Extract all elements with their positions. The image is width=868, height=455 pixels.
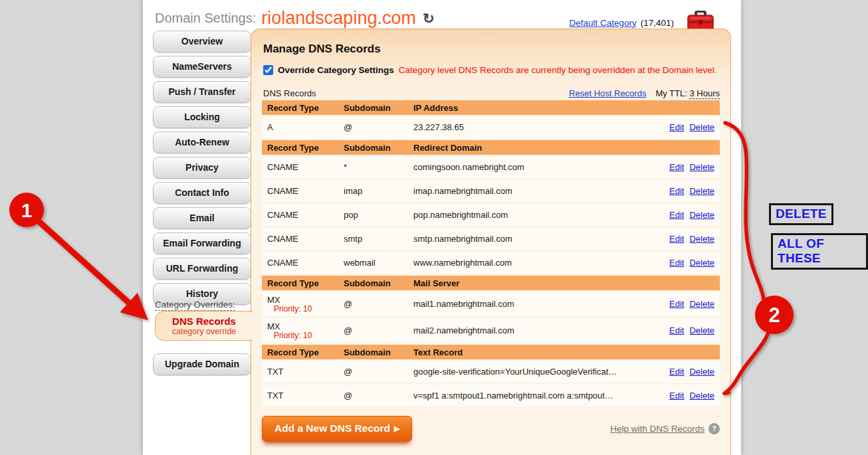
delete-link[interactable]: Delete xyxy=(689,299,714,309)
cell-record-type: CNAME xyxy=(267,234,344,244)
cell-value: pop.namebrightmail.com xyxy=(413,210,653,220)
edit-link[interactable]: Edit xyxy=(669,299,684,309)
delete-link[interactable]: Delete xyxy=(689,234,714,244)
delete-link[interactable]: Delete xyxy=(689,258,714,268)
delete-link[interactable]: Delete xyxy=(689,367,714,377)
cell-subdomain: imap xyxy=(344,186,413,196)
sidebar-button-url-forwarding[interactable]: URL Forwarding xyxy=(153,258,251,280)
sidebar-button-locking[interactable]: Locking xyxy=(153,106,251,128)
override-settings-row: Override Category Settings Category leve… xyxy=(263,65,720,75)
cell-record-type: CNAME xyxy=(267,162,344,172)
col-record-type: Record Type xyxy=(267,278,344,288)
panel-bottom: Add a New DNS Record▶ Help with DNS Reco… xyxy=(262,416,720,442)
edit-link[interactable]: Edit xyxy=(669,234,684,244)
dns-records-tab-subtitle: category override xyxy=(172,327,237,336)
cell-record-type: TXT xyxy=(267,367,344,377)
table-row: CNAME * comingsoon.namebright.com EditDe… xyxy=(262,156,720,178)
add-dns-record-button[interactable]: Add a New DNS Record▶ xyxy=(262,416,412,442)
col-value: Redirect Domain xyxy=(413,143,659,153)
cell-subdomain: @ xyxy=(344,367,413,377)
delete-link[interactable]: Delete xyxy=(689,186,714,196)
edit-link[interactable]: Edit xyxy=(669,367,684,377)
cell-record-type: CNAME xyxy=(267,186,344,196)
cell-record-type: CNAME xyxy=(267,258,344,268)
override-warning-text: Category level DNS Records are currently… xyxy=(399,65,717,75)
sidebar-button-privacy[interactable]: Privacy xyxy=(153,157,251,179)
cell-value: imap.namebrightmail.com xyxy=(413,186,653,196)
annotation-delete-box: DELETE xyxy=(769,203,833,225)
page-title-label: Domain Settings: xyxy=(155,11,256,26)
sidebar-button-email-forwarding[interactable]: Email Forwarding xyxy=(153,232,251,254)
sidebar-button-nameservers[interactable]: NameServers xyxy=(153,56,251,78)
question-mark-icon[interactable]: ? xyxy=(708,423,720,434)
right-arrow-icon: ▶ xyxy=(394,424,399,432)
table-row: CNAME pop pop.namebrightmail.com EditDel… xyxy=(262,204,720,226)
panel-title: Manage DNS Records xyxy=(263,43,720,56)
edit-link[interactable]: Edit xyxy=(669,325,684,335)
ttl-value[interactable]: 3 Hours xyxy=(689,88,720,99)
reset-host-records-link[interactable]: Reset Host Records xyxy=(569,88,646,98)
default-category-link[interactable]: Default Category xyxy=(569,18,636,28)
col-subdomain: Subdomain xyxy=(344,347,413,357)
help-area: Help with DNS Records ? xyxy=(610,423,720,434)
annotation-all-of-these-box: ALL OF THESE xyxy=(771,233,868,270)
manage-dns-panel: Manage DNS Records Override Category Set… xyxy=(251,29,731,455)
delete-link[interactable]: Delete xyxy=(689,122,714,132)
col-value: Text Record xyxy=(413,347,659,357)
table-row: MXPriority: 10 @ mail1.namebrightmail.co… xyxy=(262,292,720,316)
annotation-step2-number: 2 xyxy=(768,304,780,327)
table-row: CNAME imap imap.namebrightmail.com EditD… xyxy=(262,180,720,202)
col-value: Mail Server xyxy=(413,278,659,288)
sidebar-item-dns-records[interactable]: DNS Records category override xyxy=(155,311,253,341)
cell-actions: EditDelete xyxy=(653,234,720,244)
cell-subdomain: @ xyxy=(344,325,413,335)
override-category-checkbox[interactable] xyxy=(263,65,273,75)
edit-link[interactable]: Edit xyxy=(669,122,684,132)
edit-link[interactable]: Edit xyxy=(669,258,684,268)
annotation-step1-circle xyxy=(9,193,44,227)
cell-record-type: MXPriority: 10 xyxy=(267,321,344,340)
cell-subdomain: @ xyxy=(344,122,413,132)
cell-value: comingsoon.namebright.com xyxy=(413,162,653,172)
help-dns-records-link[interactable]: Help with DNS Records xyxy=(610,424,705,434)
cell-value: v=spf1 a:smtpout1.namebrightmail.com a:s… xyxy=(413,391,653,401)
cell-actions: EditDelete xyxy=(653,162,720,172)
domain-name: riolandscaping.com xyxy=(261,8,416,29)
edit-link[interactable]: Edit xyxy=(669,210,684,220)
sidebar-button-auto-renew[interactable]: Auto-Renew xyxy=(153,132,251,153)
table-section-header: Record Type Subdomain Redirect Domain xyxy=(262,140,720,155)
sidebar-button-contact-info[interactable]: Contact Info xyxy=(153,182,251,204)
table-row: TXT @ google-site-verification=YourUniqu… xyxy=(262,361,720,383)
cell-subdomain: @ xyxy=(344,391,413,401)
sidebar-button-push-transfer[interactable]: Push / Transfer xyxy=(153,81,251,103)
edit-link[interactable]: Edit xyxy=(669,186,684,196)
dns-records-label: DNS Records xyxy=(263,88,316,98)
table-row: A @ 23.227.38.65 EditDelete xyxy=(262,116,720,138)
delete-link[interactable]: Delete xyxy=(689,325,714,335)
cell-actions: EditDelete xyxy=(653,122,720,132)
refresh-icon[interactable]: ↻ xyxy=(423,11,435,25)
delete-link[interactable]: Delete xyxy=(689,162,714,172)
cell-subdomain: webmail xyxy=(344,258,413,268)
cell-record-type: A xyxy=(267,122,344,132)
page-header: Domain Settings: riolandscaping.com ↻ xyxy=(155,7,435,29)
edit-link[interactable]: Edit xyxy=(669,162,684,172)
cell-actions: EditDelete xyxy=(653,325,720,335)
sidebar-button-overview[interactable]: Overview xyxy=(153,31,251,52)
cell-value: mail1.namebrightmail.com xyxy=(413,299,653,309)
upgrade-domain-button[interactable]: Upgrade Domain xyxy=(153,353,251,375)
delete-link[interactable]: Delete xyxy=(689,391,714,401)
sidebar: OverviewNameServersPush / TransferLockin… xyxy=(153,31,250,308)
cell-subdomain: pop xyxy=(344,210,413,220)
table-section-header: Record Type Subdomain IP Address xyxy=(262,100,720,115)
table-row: TXT @ v=spf1 a:smtpout1.namebrightmail.c… xyxy=(262,385,720,407)
col-subdomain: Subdomain xyxy=(344,143,413,153)
dns-records-tab-title: DNS Records xyxy=(172,316,236,327)
edit-link[interactable]: Edit xyxy=(669,391,684,401)
priority-note: Priority: 10 xyxy=(274,331,344,340)
dns-records-bar: DNS Records Reset Host Records My TTL: 3… xyxy=(263,88,720,98)
delete-link[interactable]: Delete xyxy=(689,210,714,220)
cell-actions: EditDelete xyxy=(653,391,720,401)
cell-value: google-site-verification=YourUniqueGoogl… xyxy=(413,367,653,377)
sidebar-button-email[interactable]: Email xyxy=(153,207,251,229)
